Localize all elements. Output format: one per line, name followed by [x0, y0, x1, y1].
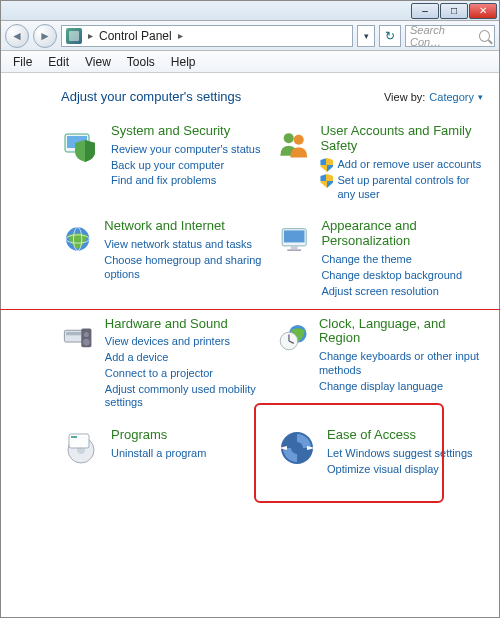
clock-region-icon: [277, 317, 309, 357]
address-bar[interactable]: ▸ Control Panel ▸: [61, 25, 353, 47]
ease-of-access-icon: [277, 428, 317, 468]
task-link[interactable]: Optimize visual display: [327, 463, 473, 477]
svg-point-15: [83, 338, 90, 345]
close-button[interactable]: ✕: [469, 3, 497, 19]
task-link[interactable]: Let Windows suggest settings: [327, 447, 473, 461]
category-title[interactable]: Programs: [111, 428, 206, 443]
breadcrumb[interactable]: Control Panel: [99, 29, 172, 43]
category-title[interactable]: Ease of Access: [327, 428, 473, 443]
minimize-button[interactable]: –: [411, 3, 439, 19]
task-link[interactable]: Find and fix problems: [111, 174, 260, 188]
category-title[interactable]: Hardware and Sound: [105, 317, 267, 332]
task-link[interactable]: Add or remove user accounts: [337, 158, 481, 172]
category-title[interactable]: User Accounts and Family Safety: [320, 124, 483, 154]
network-internet-icon: [61, 219, 94, 259]
appearance-icon: [277, 219, 311, 259]
refresh-button[interactable]: ↻: [379, 25, 401, 47]
address-dropdown-button[interactable]: ▾: [357, 25, 375, 47]
svg-point-14: [84, 331, 89, 336]
category-title[interactable]: System and Security: [111, 124, 260, 139]
category-user-accounts: User Accounts and Family Safety Add or r…: [277, 124, 483, 201]
category-programs: Programs Uninstall a program: [61, 428, 267, 476]
page-title: Adjust your computer's settings: [61, 89, 241, 104]
uac-shield-icon: [320, 158, 333, 172]
menu-help[interactable]: Help: [163, 53, 204, 71]
search-icon: [479, 30, 490, 42]
category-title[interactable]: Appearance and Personalization: [321, 219, 483, 249]
back-button[interactable]: ◄: [5, 24, 29, 48]
chevron-down-icon: ▾: [478, 92, 483, 102]
control-panel-icon: [66, 28, 82, 44]
task-link[interactable]: Change keyboards or other input methods: [319, 350, 483, 378]
viewby-label: View by:: [384, 91, 425, 103]
category-title[interactable]: Clock, Language, and Region: [319, 317, 483, 347]
forward-button[interactable]: ►: [33, 24, 57, 48]
category-title[interactable]: Network and Internet: [104, 219, 267, 234]
task-link[interactable]: Uninstall a program: [111, 447, 206, 461]
content-area: Adjust your computer's settings View by:…: [1, 73, 499, 618]
menu-edit[interactable]: Edit: [40, 53, 77, 71]
task-link[interactable]: View network status and tasks: [104, 238, 267, 252]
task-link[interactable]: Back up your computer: [111, 159, 260, 173]
system-security-icon: [61, 124, 101, 164]
maximize-button[interactable]: □: [440, 3, 468, 19]
svg-rect-9: [291, 246, 298, 249]
category-network-internet: Network and Internet View network status…: [61, 219, 267, 298]
svg-rect-12: [66, 331, 81, 334]
category-ease-of-access: Ease of Access Let Windows suggest setti…: [277, 428, 483, 476]
category-clock-language-region: Clock, Language, and Region Change keybo…: [277, 317, 483, 411]
svg-point-3: [294, 135, 304, 145]
task-link[interactable]: Add a device: [105, 351, 267, 365]
task-link[interactable]: Review your computer's status: [111, 143, 260, 157]
menu-file[interactable]: File: [5, 53, 40, 71]
category-appearance: Appearance and Personalization Change th…: [277, 219, 483, 298]
viewby-value[interactable]: Category: [429, 91, 474, 103]
svg-rect-10: [287, 250, 301, 252]
programs-icon: [61, 428, 101, 468]
titlebar: – □ ✕: [1, 1, 499, 21]
search-placeholder: Search Con…: [410, 24, 473, 48]
uac-shield-icon: [320, 174, 333, 188]
user-accounts-icon: [277, 124, 310, 164]
menubar: File Edit View Tools Help: [1, 51, 499, 73]
task-link[interactable]: Connect to a projector: [105, 367, 267, 381]
task-link[interactable]: View devices and printers: [105, 335, 267, 349]
menu-tools[interactable]: Tools: [119, 53, 163, 71]
svg-rect-8: [284, 231, 305, 243]
breadcrumb-sep: ▸: [176, 30, 185, 41]
hardware-sound-icon: [61, 317, 95, 357]
task-link-change-display-language[interactable]: Change display language: [319, 380, 483, 394]
navbar: ◄ ► ▸ Control Panel ▸ ▾ ↻ Search Con…: [1, 21, 499, 51]
task-link[interactable]: Adjust screen resolution: [321, 285, 483, 299]
task-link[interactable]: Adjust commonly used mobility settings: [105, 383, 267, 411]
svg-rect-23: [71, 436, 77, 438]
category-system-security: System and Security Review your computer…: [61, 124, 267, 201]
search-input[interactable]: Search Con…: [405, 25, 495, 47]
viewby: View by: Category ▾: [384, 91, 483, 103]
svg-point-2: [284, 133, 294, 143]
menu-view[interactable]: View: [77, 53, 119, 71]
category-hardware-sound: Hardware and Sound View devices and prin…: [61, 317, 267, 411]
breadcrumb-sep: ▸: [86, 30, 95, 41]
task-link[interactable]: Set up parental controls for any user: [337, 174, 483, 202]
task-link[interactable]: Change the theme: [321, 253, 483, 267]
task-link[interactable]: Choose homegroup and sharing options: [104, 254, 267, 282]
task-link[interactable]: Change desktop background: [321, 269, 483, 283]
